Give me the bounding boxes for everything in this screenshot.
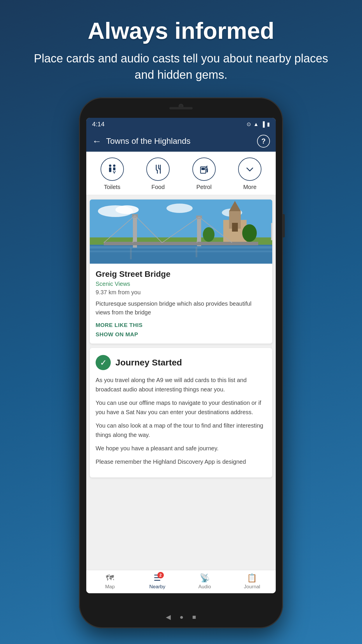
audio-label: Audio <box>198 584 211 590</box>
svg-rect-5 <box>201 168 205 170</box>
phone-speaker <box>169 107 193 109</box>
show-on-map-button[interactable]: SHOW ON MAP <box>96 331 266 338</box>
more-icon <box>238 158 261 181</box>
nav-map[interactable]: 🗺 Map <box>86 573 134 591</box>
back-hardware-button[interactable]: ◀ <box>166 613 171 621</box>
journey-started-icon: ✓ <box>96 355 111 370</box>
status-bar: 4:14 ⊙ ▲ ▐ ▮ <box>86 118 276 131</box>
svg-rect-3 <box>113 167 115 170</box>
svg-point-17 <box>242 224 257 242</box>
location-icon: ⊙ <box>247 121 251 127</box>
wifi-icon: ▲ <box>253 121 259 127</box>
food-label: Food <box>151 184 165 190</box>
nav-audio[interactable]: 📡 Audio <box>181 573 229 591</box>
more-like-this-button[interactable]: MORE LIKE THIS <box>96 322 266 328</box>
nav-title: Towns of the Highlands <box>106 136 257 146</box>
svg-rect-15 <box>232 223 238 232</box>
recent-hardware-button[interactable]: ■ <box>192 613 196 621</box>
place-description: Picturesque suspension bridge which also… <box>96 299 266 317</box>
nav-journal[interactable]: 📋 Journal <box>229 573 276 591</box>
petrol-icon <box>192 158 216 181</box>
svg-rect-19 <box>90 246 272 249</box>
svg-point-0 <box>109 164 111 167</box>
place-card: Greig Street Bridge Scenic Views 9.37 km… <box>90 200 272 344</box>
more-label: More <box>243 184 256 190</box>
phone-side-button <box>282 214 285 237</box>
place-category: Scenic Views <box>96 281 266 287</box>
help-button[interactable]: ? <box>257 135 270 148</box>
svg-point-9 <box>166 204 193 213</box>
nearby-badge: 2 <box>157 572 164 578</box>
home-hardware-button[interactable]: ● <box>180 613 183 621</box>
filter-food[interactable]: Food <box>146 158 170 190</box>
filter-toilets[interactable]: Toilets <box>101 158 124 190</box>
journal-icon: 📋 <box>247 573 257 583</box>
place-actions: MORE LIKE THIS SHOW ON MAP <box>96 322 266 338</box>
phone-screen: 4:14 ⊙ ▲ ▐ ▮ ← Towns of the Highlands ? <box>86 118 276 593</box>
journey-text-5: Please remember the Highland Discovery A… <box>96 457 266 466</box>
journey-header: ✓ Journey Started <box>96 355 266 370</box>
place-name: Greig Street Bridge <box>96 270 266 279</box>
audio-icon: 📡 <box>200 573 210 583</box>
place-info: Greig Street Bridge Scenic Views 9.37 km… <box>90 264 272 344</box>
map-label: Map <box>105 584 115 590</box>
toilets-icon <box>101 158 124 181</box>
toilets-label: Toilets <box>104 184 120 190</box>
scroll-indicator <box>271 223 272 240</box>
place-distance: 9.37 km from you <box>96 289 266 296</box>
nearby-label: Nearby <box>149 584 165 590</box>
header-title: Always informed <box>23 18 339 44</box>
svg-rect-20 <box>90 251 272 252</box>
petrol-label: Petrol <box>196 184 212 190</box>
svg-point-16 <box>203 227 215 242</box>
place-image <box>90 200 272 264</box>
svg-rect-32 <box>130 248 132 259</box>
back-button[interactable]: ← <box>92 136 101 147</box>
content-area: Greig Street Bridge Scenic Views 9.37 km… <box>86 195 276 570</box>
bottom-nav: 🗺 Map ☰ 2 Nearby 📡 Audio 📋 Journal <box>86 570 276 593</box>
svg-rect-2 <box>109 167 111 172</box>
phone-home-bar: ◀ ● ■ <box>166 613 196 621</box>
map-icon: 🗺 <box>106 573 114 583</box>
svg-rect-25 <box>104 242 258 245</box>
nav-nearby[interactable]: ☰ 2 Nearby <box>134 573 181 591</box>
page-header: Always informed Place cards and audio ca… <box>0 0 362 94</box>
status-icons: ⊙ ▲ ▐ ▮ <box>247 121 270 127</box>
signal-icon: ▐ <box>261 121 265 127</box>
filter-bar: Toilets Food <box>86 152 276 195</box>
svg-point-1 <box>113 164 115 167</box>
phone-chassis: 4:14 ⊙ ▲ ▐ ▮ ← Towns of the Highlands ? <box>79 97 283 628</box>
journey-text-2: You can use our offline maps to navigate… <box>96 398 266 417</box>
header-subtitle: Place cards and audio casts tell you abo… <box>23 50 339 83</box>
journey-text-4: We hope you have a pleasant and safe jou… <box>96 444 266 453</box>
food-icon <box>146 158 170 181</box>
svg-rect-33 <box>196 247 197 257</box>
svg-point-8 <box>115 205 139 214</box>
journey-text-1: As you travel along the A9 we will add c… <box>96 375 266 394</box>
phone-device: 4:14 ⊙ ▲ ▐ ▮ ← Towns of the Highlands ? <box>79 97 283 628</box>
journey-card: ✓ Journey Started As you travel along th… <box>90 348 272 477</box>
journey-text-3: You can also look at a map of the tour t… <box>96 421 266 440</box>
battery-icon: ▮ <box>267 121 270 127</box>
nav-bar: ← Towns of the Highlands ? <box>86 131 276 152</box>
journey-title: Journey Started <box>115 358 182 368</box>
filter-petrol[interactable]: Petrol <box>192 158 216 190</box>
filter-more[interactable]: More <box>238 158 261 190</box>
journal-label: Journal <box>244 584 260 590</box>
status-time: 4:14 <box>92 120 105 128</box>
